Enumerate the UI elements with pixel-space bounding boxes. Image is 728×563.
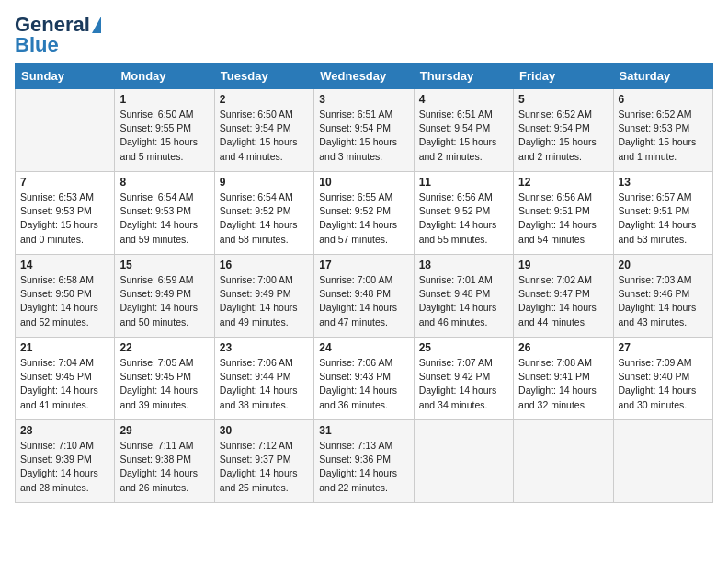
day-content: Sunrise: 6:57 AM Sunset: 9:51 PM Dayligh… [619,190,708,247]
header-row: SundayMondayTuesdayWednesdayThursdayFrid… [16,63,713,89]
calendar-cell: 14Sunrise: 6:58 AM Sunset: 9:50 PM Dayli… [16,255,115,338]
calendar-cell: 16Sunrise: 7:00 AM Sunset: 9:49 PM Dayli… [214,255,313,338]
day-number: 10 [319,176,408,189]
header-day: Friday [514,63,613,89]
day-number: 29 [119,424,209,437]
calendar-cell: 15Sunrise: 6:59 AM Sunset: 9:49 PM Dayli… [115,255,214,338]
day-number: 26 [518,341,608,354]
calendar-cell: 4Sunrise: 6:51 AM Sunset: 9:54 PM Daylig… [414,89,513,172]
calendar-cell: 1Sunrise: 6:50 AM Sunset: 9:55 PM Daylig… [115,89,214,172]
calendar-cell: 31Sunrise: 7:13 AM Sunset: 9:36 PM Dayli… [314,420,414,503]
calendar-cell [16,89,115,172]
calendar-header: SundayMondayTuesdayWednesdayThursdayFrid… [16,63,713,89]
day-content: Sunrise: 6:53 AM Sunset: 9:53 PM Dayligh… [20,190,109,247]
day-number: 28 [20,424,109,437]
logo-triangle-icon [92,17,101,33]
calendar-cell: 30Sunrise: 7:12 AM Sunset: 9:37 PM Dayli… [214,420,313,503]
day-number: 4 [419,93,508,106]
day-content: Sunrise: 7:13 AM Sunset: 9:36 PM Dayligh… [319,439,408,495]
day-content: Sunrise: 7:06 AM Sunset: 9:44 PM Dayligh… [220,356,309,412]
calendar-week-row: 1Sunrise: 6:50 AM Sunset: 9:55 PM Daylig… [16,89,713,172]
calendar-week-row: 21Sunrise: 7:04 AM Sunset: 9:45 PM Dayli… [16,338,713,420]
day-number: 6 [619,93,708,106]
calendar-week-row: 7Sunrise: 6:53 AM Sunset: 9:53 PM Daylig… [16,172,713,255]
calendar-cell: 19Sunrise: 7:02 AM Sunset: 9:47 PM Dayli… [514,255,613,338]
day-number: 21 [20,341,109,354]
day-content: Sunrise: 6:58 AM Sunset: 9:50 PM Dayligh… [20,273,109,329]
day-number: 18 [419,259,508,271]
day-number: 23 [220,341,309,354]
day-number: 20 [619,259,708,271]
day-content: Sunrise: 6:54 AM Sunset: 9:53 PM Dayligh… [119,190,209,247]
calendar-week-row: 14Sunrise: 6:58 AM Sunset: 9:50 PM Dayli… [16,255,713,338]
calendar-cell: 5Sunrise: 6:52 AM Sunset: 9:54 PM Daylig… [514,89,613,172]
day-content: Sunrise: 7:04 AM Sunset: 9:45 PM Dayligh… [20,356,109,412]
calendar-cell: 29Sunrise: 7:11 AM Sunset: 9:38 PM Dayli… [115,420,214,503]
header-day: Tuesday [214,63,313,89]
day-content: Sunrise: 7:02 AM Sunset: 9:47 PM Dayligh… [518,273,608,329]
day-number: 2 [220,93,309,106]
calendar-cell: 6Sunrise: 6:52 AM Sunset: 9:53 PM Daylig… [613,89,712,172]
day-number: 1 [119,93,209,106]
calendar-cell: 21Sunrise: 7:04 AM Sunset: 9:45 PM Dayli… [16,338,115,420]
day-number: 22 [119,341,209,354]
day-number: 5 [518,93,608,106]
page-header: General Blue [15,15,713,55]
day-content: Sunrise: 6:51 AM Sunset: 9:54 PM Dayligh… [419,108,508,164]
calendar-cell: 17Sunrise: 7:00 AM Sunset: 9:48 PM Dayli… [314,255,414,338]
calendar-cell: 9Sunrise: 6:54 AM Sunset: 9:52 PM Daylig… [214,172,313,255]
header-day: Saturday [613,63,712,89]
logo-general: General [15,15,90,35]
logo: General Blue [15,15,101,55]
day-content: Sunrise: 7:07 AM Sunset: 9:42 PM Dayligh… [419,356,508,412]
day-number: 3 [319,93,408,106]
calendar-table: SundayMondayTuesdayWednesdayThursdayFrid… [15,63,713,503]
day-number: 11 [419,176,508,189]
calendar-cell: 28Sunrise: 7:10 AM Sunset: 9:39 PM Dayli… [16,420,115,503]
day-number: 24 [319,341,408,354]
day-content: Sunrise: 6:50 AM Sunset: 9:55 PM Dayligh… [119,108,209,164]
day-content: Sunrise: 6:52 AM Sunset: 9:53 PM Dayligh… [619,108,708,164]
day-number: 13 [619,176,708,189]
day-content: Sunrise: 6:56 AM Sunset: 9:51 PM Dayligh… [518,190,608,247]
header-day: Wednesday [314,63,414,89]
day-content: Sunrise: 7:01 AM Sunset: 9:48 PM Dayligh… [419,273,508,329]
day-number: 19 [518,259,608,271]
calendar-cell: 27Sunrise: 7:09 AM Sunset: 9:40 PM Dayli… [613,338,712,420]
day-number: 12 [518,176,608,189]
calendar-cell: 8Sunrise: 6:54 AM Sunset: 9:53 PM Daylig… [115,172,214,255]
day-content: Sunrise: 6:56 AM Sunset: 9:52 PM Dayligh… [419,190,508,247]
calendar-cell [514,420,613,503]
header-day: Monday [115,63,214,89]
day-number: 15 [119,259,209,271]
day-content: Sunrise: 6:59 AM Sunset: 9:49 PM Dayligh… [119,273,209,329]
calendar-cell: 10Sunrise: 6:55 AM Sunset: 9:52 PM Dayli… [314,172,414,255]
calendar-cell: 18Sunrise: 7:01 AM Sunset: 9:48 PM Dayli… [414,255,513,338]
calendar-cell: 3Sunrise: 6:51 AM Sunset: 9:54 PM Daylig… [314,89,414,172]
calendar-cell: 22Sunrise: 7:05 AM Sunset: 9:45 PM Dayli… [115,338,214,420]
day-content: Sunrise: 7:00 AM Sunset: 9:49 PM Dayligh… [220,273,309,329]
calendar-week-row: 28Sunrise: 7:10 AM Sunset: 9:39 PM Dayli… [16,420,713,503]
day-number: 14 [20,259,109,271]
day-content: Sunrise: 7:03 AM Sunset: 9:46 PM Dayligh… [619,273,708,329]
day-number: 25 [419,341,508,354]
calendar-cell: 26Sunrise: 7:08 AM Sunset: 9:41 PM Dayli… [514,338,613,420]
calendar-cell: 23Sunrise: 7:06 AM Sunset: 9:44 PM Dayli… [214,338,313,420]
calendar-cell: 13Sunrise: 6:57 AM Sunset: 9:51 PM Dayli… [613,172,712,255]
calendar-body: 1Sunrise: 6:50 AM Sunset: 9:55 PM Daylig… [16,89,713,503]
day-content: Sunrise: 7:12 AM Sunset: 9:37 PM Dayligh… [220,439,309,495]
calendar-cell: 7Sunrise: 6:53 AM Sunset: 9:53 PM Daylig… [16,172,115,255]
day-number: 17 [319,259,408,271]
day-number: 16 [220,259,309,271]
day-content: Sunrise: 6:55 AM Sunset: 9:52 PM Dayligh… [319,190,408,247]
day-content: Sunrise: 6:52 AM Sunset: 9:54 PM Dayligh… [518,108,608,164]
calendar-cell: 11Sunrise: 6:56 AM Sunset: 9:52 PM Dayli… [414,172,513,255]
calendar-cell: 25Sunrise: 7:07 AM Sunset: 9:42 PM Dayli… [414,338,513,420]
calendar-cell [414,420,513,503]
day-content: Sunrise: 6:54 AM Sunset: 9:52 PM Dayligh… [220,190,309,247]
day-content: Sunrise: 7:00 AM Sunset: 9:48 PM Dayligh… [319,273,408,329]
header-day: Thursday [414,63,513,89]
day-content: Sunrise: 7:05 AM Sunset: 9:45 PM Dayligh… [119,356,209,412]
day-content: Sunrise: 7:08 AM Sunset: 9:41 PM Dayligh… [518,356,608,412]
day-content: Sunrise: 7:11 AM Sunset: 9:38 PM Dayligh… [119,439,209,495]
